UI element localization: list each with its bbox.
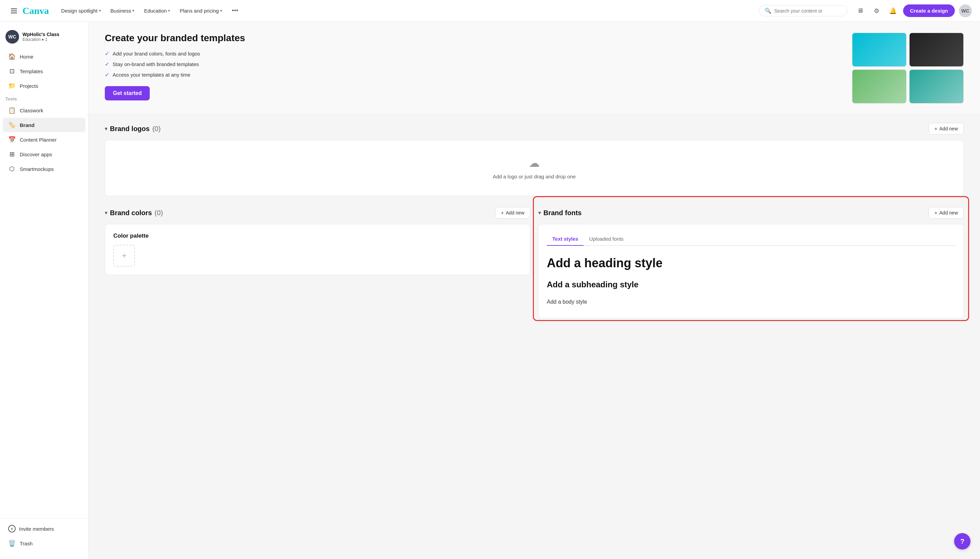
brand-colors-header: ▾ Brand colors (0) + Add new <box>105 199 530 224</box>
logo-upload-area[interactable]: ☁ Add a logo or just drag and drop one <box>105 140 964 196</box>
search-icon: 🔍 <box>765 8 771 14</box>
sidebar-bottom: + Invite members 🗑️ Trash <box>0 518 88 554</box>
user-profile[interactable]: WC WpHolic's Class Education 1 <box>0 27 88 49</box>
main-layout: WC WpHolic's Class Education 1 🏠 Home ⊡ … <box>0 22 980 559</box>
discover-apps-icon: ⊞ <box>8 150 16 158</box>
chevron-down-icon: ▾ <box>99 8 101 13</box>
hero-images-col-1 <box>852 33 906 104</box>
add-color-button[interactable]: + <box>113 245 135 266</box>
hero-image-card-2 <box>852 69 906 104</box>
chevron-down-icon[interactable]: ▾ <box>105 210 107 215</box>
brand-fonts-section: ▾ Brand fonts + Add new Text styles Uplo… <box>538 199 964 318</box>
brand-colors-add-new-button[interactable]: + Add new <box>495 207 530 218</box>
brand-logos-title: ▾ Brand logos (0) <box>105 125 161 133</box>
font-tabs: Text styles Uploaded fonts <box>547 233 955 246</box>
trash-icon: 🗑️ <box>8 539 16 547</box>
sidebar-item-templates[interactable]: ⊡ Templates <box>3 64 86 78</box>
plus-icon: + <box>934 210 937 215</box>
nav-items: Design spotlight ▾ Business ▾ Education … <box>57 5 756 17</box>
brand-logos-add-new-button[interactable]: + Add new <box>929 123 964 134</box>
sidebar-item-home[interactable]: 🏠 Home <box>3 50 86 64</box>
hero-checklist: ✓ Add your brand colors, fonts and logos… <box>105 50 841 78</box>
brand-fonts-add-new-button[interactable]: + Add new <box>929 207 964 218</box>
brand-content: ▾ Brand logos (0) + Add new ☁ Add a logo… <box>89 115 980 335</box>
chevron-down-icon[interactable]: ▾ <box>105 126 107 131</box>
dot-separator <box>42 39 44 41</box>
help-button[interactable]: ? <box>954 533 970 549</box>
hero-content: Create your branded templates ✓ Add your… <box>105 33 841 101</box>
sidebar-item-brand[interactable]: 🏷️ Brand <box>3 118 86 132</box>
hero-checklist-item-2: ✓ Stay on-brand with branded templates <box>105 61 841 68</box>
templates-icon: ⊡ <box>8 68 16 75</box>
chevron-down-icon: ▾ <box>132 8 134 13</box>
settings-icon[interactable]: ⚙ <box>870 5 883 17</box>
search-bar[interactable]: 🔍 <box>759 5 847 17</box>
check-icon: ✓ <box>105 61 109 68</box>
brand-colors-title: ▾ Brand colors (0) <box>105 209 163 217</box>
check-icon: ✓ <box>105 50 109 57</box>
brand-fonts-title: ▾ Brand fonts <box>538 209 582 217</box>
sidebar-item-discover-apps[interactable]: ⊞ Discover apps <box>3 147 86 161</box>
get-started-button[interactable]: Get started <box>105 86 150 101</box>
nav-right-actions: 🖥 ⚙ 🔔 Create a design WC <box>854 5 972 17</box>
avatar[interactable]: WC <box>959 5 972 17</box>
user-subtitle: Education 1 <box>23 37 82 42</box>
hero-image-card-3 <box>909 33 964 67</box>
hero-image-card-4 <box>909 69 964 104</box>
user-name: WpHolic's Class <box>23 31 82 37</box>
chevron-down-icon[interactable]: ▾ <box>538 210 541 215</box>
plus-icon: + <box>501 210 503 215</box>
notifications-icon[interactable]: 🔔 <box>887 5 899 17</box>
top-navigation: Canva Design spotlight ▾ Business ▾ Educ… <box>0 0 980 22</box>
nav-item-plans[interactable]: Plans and pricing ▾ <box>176 5 226 17</box>
font-subheading-row[interactable]: Add a subheading style <box>547 275 955 294</box>
hero-images <box>852 33 964 104</box>
sidebar: WC WpHolic's Class Education 1 🏠 Home ⊡ … <box>0 22 89 559</box>
brand-colors-section: ▾ Brand colors (0) + Add new Color palet… <box>105 199 530 318</box>
plus-icon: + <box>934 126 937 131</box>
upload-text: Add a logo or just drag and drop one <box>493 174 576 179</box>
search-input[interactable] <box>774 8 835 13</box>
projects-icon: 📁 <box>8 82 16 89</box>
font-subheading-preview: Add a subheading style <box>547 280 955 289</box>
brand-icon: 🏷️ <box>8 121 16 129</box>
content-planner-icon: 📅 <box>8 136 16 143</box>
brand-two-col: ▾ Brand colors (0) + Add new Color palet… <box>105 199 964 318</box>
user-info: WpHolic's Class Education 1 <box>23 31 82 42</box>
font-body-row[interactable]: Add a body style <box>547 294 955 310</box>
font-heading-row[interactable]: Add a heading style <box>547 251 955 275</box>
nav-item-business[interactable]: Business ▾ <box>107 5 139 17</box>
nav-more-button[interactable]: ••• <box>228 5 242 17</box>
hero-images-col-2 <box>909 33 964 104</box>
chevron-down-icon: ▾ <box>220 8 222 13</box>
create-design-button[interactable]: Create a design <box>903 5 955 17</box>
sidebar-item-trash[interactable]: 🗑️ Trash <box>3 536 86 551</box>
hero-title: Create your branded templates <box>105 33 841 44</box>
brand-fonts-card: Text styles Uploaded fonts Add a heading… <box>538 224 964 318</box>
invite-members-button[interactable]: + Invite members <box>3 521 86 536</box>
sidebar-nav: 🏠 Home ⊡ Templates 📁 Projects Tools 📋 Cl… <box>0 49 88 515</box>
home-icon: 🏠 <box>8 53 16 60</box>
sidebar-item-content-planner[interactable]: 📅 Content Planner <box>3 132 86 147</box>
upload-icon: ☁ <box>529 157 539 170</box>
tab-uploaded-fonts[interactable]: Uploaded fonts <box>584 233 629 246</box>
tab-text-styles[interactable]: Text styles <box>547 233 584 246</box>
chevron-down-icon: ▾ <box>168 8 170 13</box>
font-heading-preview: Add a heading style <box>547 256 955 270</box>
canva-logo[interactable]: Canva <box>23 5 49 17</box>
nav-item-design-spotlight[interactable]: Design spotlight ▾ <box>57 5 105 17</box>
hero-section: Create your branded templates ✓ Add your… <box>89 22 980 115</box>
monitor-icon[interactable]: 🖥 <box>854 5 866 17</box>
sidebar-item-projects[interactable]: 📁 Projects <box>3 79 86 93</box>
hero-image-card-1 <box>852 33 906 67</box>
sidebar-item-smartmockups[interactable]: ⬡ Smartmockups <box>3 162 86 176</box>
hamburger-menu[interactable] <box>8 6 20 16</box>
tools-section-label: Tools <box>0 93 88 103</box>
classwork-icon: 📋 <box>8 107 16 114</box>
plus-icon: + <box>8 525 16 533</box>
nav-item-education[interactable]: Education ▾ <box>140 5 174 17</box>
main-content: Create your branded templates ✓ Add your… <box>89 22 980 559</box>
sidebar-item-classwork[interactable]: 📋 Classwork <box>3 103 86 117</box>
brand-logos-header: ▾ Brand logos (0) + Add new <box>105 115 964 140</box>
brand-fonts-header: ▾ Brand fonts + Add new <box>538 199 964 224</box>
